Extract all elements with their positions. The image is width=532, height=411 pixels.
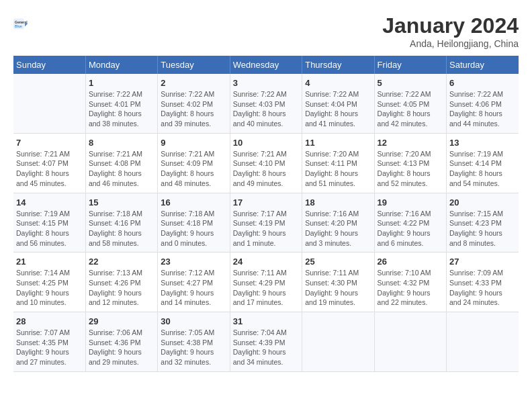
day-number: 10 xyxy=(233,138,299,148)
day-number: 23 xyxy=(161,257,226,267)
day-info: Sunrise: 7:04 AMSunset: 4:39 PMDaylight:… xyxy=(233,328,299,367)
day-number: 9 xyxy=(161,138,226,148)
calendar-cell xyxy=(447,312,519,372)
location-subtitle: Anda, Heilongjiang, China xyxy=(382,38,519,49)
day-info: Sunrise: 7:21 AMSunset: 4:08 PMDaylight:… xyxy=(89,149,154,189)
calendar-cell: 7Sunrise: 7:21 AMSunset: 4:07 PMDaylight… xyxy=(13,133,85,193)
title-section: January 2024 Anda, Heilongjiang, China xyxy=(382,13,519,49)
day-number: 30 xyxy=(161,316,226,326)
calendar-week-row: 14Sunrise: 7:19 AMSunset: 4:15 PMDayligh… xyxy=(13,193,519,253)
day-info: Sunrise: 7:12 AMSunset: 4:27 PMDaylight:… xyxy=(161,268,226,308)
day-number: 28 xyxy=(16,316,83,326)
calendar-cell: 11Sunrise: 7:20 AMSunset: 4:11 PMDayligh… xyxy=(302,133,374,193)
calendar-cell: 3Sunrise: 7:22 AMSunset: 4:03 PMDaylight… xyxy=(230,74,302,133)
day-info: Sunrise: 7:22 AMSunset: 4:05 PMDaylight:… xyxy=(378,89,443,129)
day-number: 15 xyxy=(89,197,154,208)
day-info: Sunrise: 7:10 AMSunset: 4:32 PMDaylight:… xyxy=(378,268,443,308)
calendar-cell xyxy=(302,312,374,372)
day-number: 14 xyxy=(16,197,83,208)
calendar-cell: 18Sunrise: 7:16 AMSunset: 4:20 PMDayligh… xyxy=(302,193,374,253)
day-number: 27 xyxy=(449,257,516,267)
day-number: 20 xyxy=(449,197,516,208)
header: General Blue January 2024 Anda, Heilongj… xyxy=(13,13,519,49)
weekday-header-thursday: Thursday xyxy=(302,56,374,74)
weekday-header-row: SundayMondayTuesdayWednesdayThursdayFrid… xyxy=(13,56,519,74)
calendar-cell: 14Sunrise: 7:19 AMSunset: 4:15 PMDayligh… xyxy=(13,193,85,253)
calendar-cell: 30Sunrise: 7:05 AMSunset: 4:38 PMDayligh… xyxy=(158,312,230,372)
day-number: 18 xyxy=(305,197,371,208)
day-number: 17 xyxy=(233,197,299,208)
day-info: Sunrise: 7:20 AMSunset: 4:11 PMDaylight:… xyxy=(305,149,371,189)
calendar-week-row: 1Sunrise: 7:22 AMSunset: 4:01 PMDaylight… xyxy=(13,74,519,133)
calendar-cell: 28Sunrise: 7:07 AMSunset: 4:35 PMDayligh… xyxy=(13,312,85,372)
day-number: 12 xyxy=(378,138,443,148)
day-info: Sunrise: 7:21 AMSunset: 4:10 PMDaylight:… xyxy=(233,149,299,189)
weekday-header-sunday: Sunday xyxy=(13,56,85,74)
weekday-header-monday: Monday xyxy=(85,56,157,74)
calendar-week-row: 28Sunrise: 7:07 AMSunset: 4:35 PMDayligh… xyxy=(13,312,519,372)
calendar-cell: 6Sunrise: 7:22 AMSunset: 4:06 PMDaylight… xyxy=(447,74,519,133)
day-number: 22 xyxy=(89,257,154,267)
calendar-cell: 12Sunrise: 7:20 AMSunset: 4:13 PMDayligh… xyxy=(374,133,446,193)
day-info: Sunrise: 7:22 AMSunset: 4:03 PMDaylight:… xyxy=(233,89,299,129)
day-number: 21 xyxy=(16,257,83,267)
calendar-cell: 19Sunrise: 7:16 AMSunset: 4:22 PMDayligh… xyxy=(374,193,446,253)
weekday-header-tuesday: Tuesday xyxy=(158,56,230,74)
calendar-cell: 20Sunrise: 7:15 AMSunset: 4:23 PMDayligh… xyxy=(447,193,519,253)
calendar-cell xyxy=(13,74,85,133)
calendar-cell: 24Sunrise: 7:11 AMSunset: 4:29 PMDayligh… xyxy=(230,253,302,312)
day-number: 24 xyxy=(233,257,299,267)
calendar-cell: 26Sunrise: 7:10 AMSunset: 4:32 PMDayligh… xyxy=(374,253,446,312)
day-info: Sunrise: 7:21 AMSunset: 4:07 PMDaylight:… xyxy=(16,149,83,189)
calendar-table: SundayMondayTuesdayWednesdayThursdayFrid… xyxy=(13,56,519,372)
day-info: Sunrise: 7:19 AMSunset: 4:14 PMDaylight:… xyxy=(449,149,516,189)
day-number: 4 xyxy=(305,78,371,88)
day-number: 5 xyxy=(378,78,443,88)
calendar-cell: 9Sunrise: 7:21 AMSunset: 4:09 PMDaylight… xyxy=(158,133,230,193)
day-info: Sunrise: 7:18 AMSunset: 4:18 PMDaylight:… xyxy=(161,209,226,248)
day-info: Sunrise: 7:22 AMSunset: 4:04 PMDaylight:… xyxy=(305,89,371,129)
day-number: 13 xyxy=(449,138,516,148)
day-number: 31 xyxy=(233,316,299,326)
calendar-cell: 5Sunrise: 7:22 AMSunset: 4:05 PMDaylight… xyxy=(374,74,446,133)
day-number: 2 xyxy=(161,78,226,88)
day-number: 26 xyxy=(378,257,443,267)
logo: General Blue xyxy=(13,13,47,40)
day-info: Sunrise: 7:09 AMSunset: 4:33 PMDaylight:… xyxy=(449,268,516,308)
day-info: Sunrise: 7:15 AMSunset: 4:23 PMDaylight:… xyxy=(449,209,516,248)
calendar-cell: 25Sunrise: 7:11 AMSunset: 4:30 PMDayligh… xyxy=(302,253,374,312)
day-number: 19 xyxy=(378,197,443,208)
day-info: Sunrise: 7:14 AMSunset: 4:25 PMDaylight:… xyxy=(16,268,83,308)
calendar-cell: 17Sunrise: 7:17 AMSunset: 4:19 PMDayligh… xyxy=(230,193,302,253)
day-info: Sunrise: 7:06 AMSunset: 4:36 PMDaylight:… xyxy=(89,328,154,367)
day-info: Sunrise: 7:21 AMSunset: 4:09 PMDaylight:… xyxy=(161,149,226,189)
day-info: Sunrise: 7:17 AMSunset: 4:19 PMDaylight:… xyxy=(233,209,299,248)
day-info: Sunrise: 7:22 AMSunset: 4:02 PMDaylight:… xyxy=(161,89,226,129)
calendar-cell: 8Sunrise: 7:21 AMSunset: 4:08 PMDaylight… xyxy=(85,133,157,193)
calendar-week-row: 21Sunrise: 7:14 AMSunset: 4:25 PMDayligh… xyxy=(13,253,519,312)
calendar-cell: 27Sunrise: 7:09 AMSunset: 4:33 PMDayligh… xyxy=(447,253,519,312)
day-info: Sunrise: 7:11 AMSunset: 4:29 PMDaylight:… xyxy=(233,268,299,308)
calendar-cell: 23Sunrise: 7:12 AMSunset: 4:27 PMDayligh… xyxy=(158,253,230,312)
calendar-cell: 22Sunrise: 7:13 AMSunset: 4:26 PMDayligh… xyxy=(85,253,157,312)
svg-text:Blue: Blue xyxy=(15,24,22,28)
day-info: Sunrise: 7:22 AMSunset: 4:01 PMDaylight:… xyxy=(89,89,154,129)
day-info: Sunrise: 7:16 AMSunset: 4:20 PMDaylight:… xyxy=(305,209,371,248)
calendar-cell: 29Sunrise: 7:06 AMSunset: 4:36 PMDayligh… xyxy=(85,312,157,372)
calendar-cell: 10Sunrise: 7:21 AMSunset: 4:10 PMDayligh… xyxy=(230,133,302,193)
weekday-header-friday: Friday xyxy=(374,56,446,74)
calendar-cell: 16Sunrise: 7:18 AMSunset: 4:18 PMDayligh… xyxy=(158,193,230,253)
day-number: 25 xyxy=(305,257,371,267)
day-number: 11 xyxy=(305,138,371,148)
calendar-cell: 15Sunrise: 7:18 AMSunset: 4:16 PMDayligh… xyxy=(85,193,157,253)
calendar-cell: 13Sunrise: 7:19 AMSunset: 4:14 PMDayligh… xyxy=(447,133,519,193)
day-number: 16 xyxy=(161,197,226,208)
day-number: 3 xyxy=(233,78,299,88)
day-info: Sunrise: 7:22 AMSunset: 4:06 PMDaylight:… xyxy=(449,89,516,129)
day-info: Sunrise: 7:11 AMSunset: 4:30 PMDaylight:… xyxy=(305,268,371,308)
day-info: Sunrise: 7:07 AMSunset: 4:35 PMDaylight:… xyxy=(16,328,83,367)
calendar-cell: 21Sunrise: 7:14 AMSunset: 4:25 PMDayligh… xyxy=(13,253,85,312)
month-title: January 2024 xyxy=(382,13,519,38)
calendar-cell: 1Sunrise: 7:22 AMSunset: 4:01 PMDaylight… xyxy=(85,74,157,133)
weekday-header-saturday: Saturday xyxy=(447,56,519,74)
